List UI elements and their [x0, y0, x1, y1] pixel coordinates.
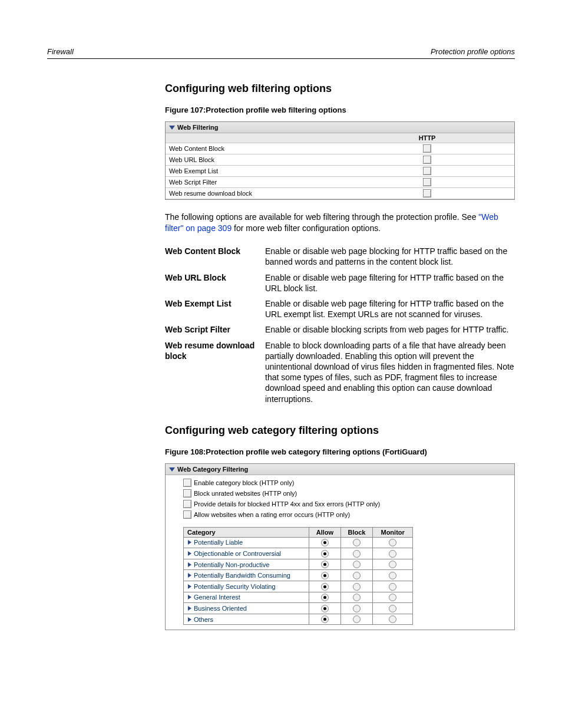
def-row: Web resume download blockEnable to block…	[165, 338, 515, 407]
allow-radio[interactable]	[321, 550, 329, 558]
web-filtering-header[interactable]: Web Filtering	[166, 122, 514, 133]
row-label: Web Exempt List	[166, 166, 340, 177]
svg-marker-5	[188, 573, 191, 578]
web-filtering-title: Web Filtering	[177, 124, 218, 131]
table-row: Web Content Block	[166, 143, 514, 154]
category-row: Business Oriented	[184, 603, 413, 614]
svg-marker-8	[188, 606, 191, 611]
allow-radio[interactable]	[321, 594, 329, 601]
block-unrated-checkbox[interactable]	[183, 489, 191, 498]
category-row: Potentially Non-productive	[184, 559, 413, 570]
category-row: Others	[184, 614, 413, 625]
table-row: Web Script Filter	[166, 177, 514, 188]
block-radio[interactable]	[353, 615, 361, 623]
triangle-right-icon[interactable]	[187, 573, 192, 578]
table-row: Web URL Block	[166, 154, 514, 166]
web-content-block-checkbox[interactable]	[423, 144, 431, 153]
http-col-header: HTTP	[340, 133, 514, 143]
header-left: Firewall	[47, 47, 74, 56]
web-category-filtering-header[interactable]: Web Category Filtering	[166, 464, 514, 475]
web-filtering-panel: Web Filtering HTTP Web Content Block Web…	[165, 121, 515, 200]
monitor-radio[interactable]	[389, 583, 396, 591]
triangle-right-icon[interactable]	[187, 617, 192, 622]
category-row: General Interest	[184, 592, 413, 603]
svg-marker-9	[188, 617, 191, 622]
section1-body: The following options are available for …	[165, 212, 515, 234]
allow-header: Allow	[309, 527, 341, 537]
triangle-right-icon[interactable]	[187, 595, 192, 599]
category-header: Category	[184, 527, 309, 537]
allow-radio[interactable]	[321, 605, 329, 612]
triangle-right-icon[interactable]	[187, 606, 192, 611]
triangle-down-icon	[169, 124, 175, 130]
block-radio[interactable]	[353, 583, 361, 591]
section2-heading: Configuring web category filtering optio…	[165, 424, 515, 437]
svg-marker-3	[188, 551, 191, 556]
triangle-right-icon[interactable]	[187, 540, 192, 545]
block-radio[interactable]	[353, 539, 361, 546]
svg-marker-1	[169, 467, 175, 472]
monitor-radio[interactable]	[389, 594, 396, 601]
figure107-caption: Figure 107:Protection profile web filter…	[165, 106, 515, 114]
web-url-block-checkbox[interactable]	[423, 156, 431, 164]
monitor-radio[interactable]	[389, 605, 396, 612]
web-exempt-list-checkbox[interactable]	[423, 167, 431, 175]
opt-provide-details: Provide details for blocked HTTP 4xx and…	[166, 499, 514, 509]
allow-radio[interactable]	[321, 539, 329, 546]
opt-allow-rating-error: Allow websites when a rating error occur…	[166, 509, 514, 520]
web-category-filtering-title: Web Category Filtering	[177, 466, 248, 473]
category-row: Potentially Security Violating	[184, 581, 413, 592]
enable-category-block-checkbox[interactable]	[183, 479, 191, 487]
definitions-table: Web Content BlockEnable or disable web p…	[165, 243, 515, 406]
def-row: Web URL BlockEnable or disable web page …	[165, 270, 515, 296]
block-radio[interactable]	[353, 550, 361, 558]
provide-details-checkbox[interactable]	[183, 500, 191, 508]
web-resume-download-checkbox[interactable]	[423, 189, 431, 197]
block-radio[interactable]	[353, 561, 361, 568]
monitor-radio[interactable]	[389, 561, 396, 568]
row-label: Web URL Block	[166, 154, 340, 166]
allow-radio[interactable]	[321, 615, 329, 623]
monitor-radio[interactable]	[389, 539, 396, 546]
svg-marker-4	[188, 562, 191, 567]
block-radio[interactable]	[353, 594, 361, 601]
row-label: Web Script Filter	[166, 177, 340, 188]
table-row: Web Exempt List	[166, 166, 514, 177]
block-header: Block	[340, 527, 373, 537]
opt-block-unrated: Block unrated websites (HTTP only)	[166, 488, 514, 499]
category-table: Category Allow Block Monitor Potentially…	[183, 527, 413, 625]
def-row: Web Content BlockEnable or disable web p…	[165, 243, 515, 269]
allow-radio[interactable]	[321, 583, 329, 591]
svg-marker-2	[188, 540, 191, 545]
monitor-radio[interactable]	[389, 572, 396, 579]
svg-marker-0	[169, 126, 175, 130]
category-row: Potentially Bandwidth Consuming	[184, 570, 413, 581]
triangle-right-icon[interactable]	[187, 584, 192, 589]
row-label: Web Content Block	[166, 143, 340, 154]
triangle-right-icon[interactable]	[187, 562, 192, 567]
category-row: Potentially Liable	[184, 537, 413, 548]
monitor-radio[interactable]	[389, 550, 396, 558]
category-row: Objectionable or Controversial	[184, 548, 413, 559]
allow-rating-error-checkbox[interactable]	[183, 510, 191, 519]
block-radio[interactable]	[353, 605, 361, 612]
section1-heading: Configuring web filtering options	[165, 83, 515, 95]
def-row: Web Script FilterEnable or disable block…	[165, 322, 515, 337]
web-category-filtering-panel: Web Category Filtering Enable category b…	[165, 463, 515, 631]
row-label: Web resume download block	[166, 188, 340, 199]
block-radio[interactable]	[353, 572, 361, 579]
table-row: Web resume download block	[166, 188, 514, 199]
svg-marker-7	[188, 595, 191, 599]
web-script-filter-checkbox[interactable]	[423, 178, 431, 186]
header-right: Protection profile options	[431, 47, 515, 56]
triangle-right-icon[interactable]	[187, 551, 192, 556]
allow-radio[interactable]	[321, 572, 329, 579]
figure108-caption: Figure 108:Protection profile web catego…	[165, 447, 515, 456]
monitor-header: Monitor	[373, 527, 413, 537]
svg-marker-6	[188, 584, 191, 589]
monitor-radio[interactable]	[389, 615, 396, 623]
triangle-down-icon	[169, 466, 175, 472]
opt-enable-category-block: Enable category block (HTTP only)	[166, 477, 514, 488]
allow-radio[interactable]	[321, 561, 329, 568]
page-header: Firewall Protection profile options	[47, 47, 515, 59]
